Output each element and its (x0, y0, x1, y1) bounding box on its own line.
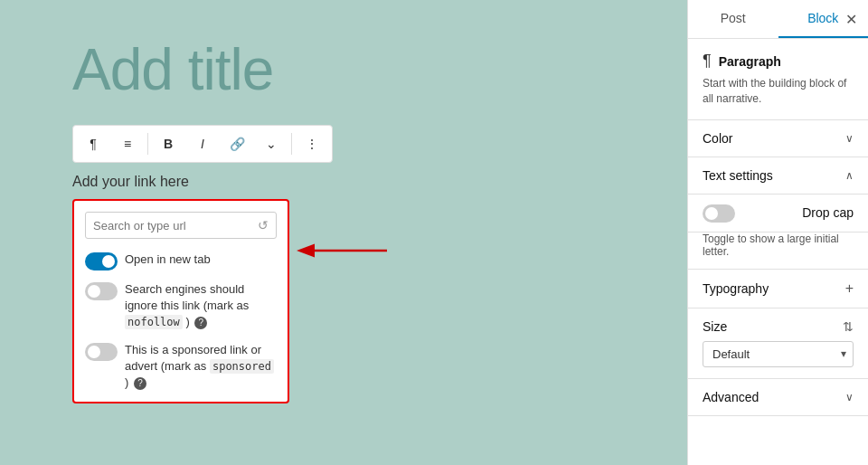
typography-label: Typography (703, 281, 769, 296)
link-popup: ↺ Open in new tab Search engines should … (72, 199, 289, 403)
color-label: Color (703, 131, 732, 146)
drop-cap-label: Drop cap (802, 205, 854, 220)
link-text: Add your link here (72, 174, 189, 190)
link-search-row: ↺ (85, 212, 277, 239)
color-chevron: ∨ (845, 132, 854, 145)
toggle-nofollow-row: Search engines should ignore this link (… (85, 281, 277, 331)
typography-section[interactable]: Typography + (688, 270, 868, 308)
toggle-new-tab[interactable] (85, 252, 118, 270)
size-label: Size (703, 319, 727, 334)
block-type-desc: Start with the building block of all nar… (703, 76, 854, 107)
color-section-header[interactable]: Color ∨ (688, 120, 868, 157)
advanced-section-header[interactable]: Advanced ∨ (688, 379, 868, 416)
text-settings-header[interactable]: Text settings ∧ (688, 157, 868, 195)
drop-cap-row: Drop cap (688, 195, 868, 232)
tab-post[interactable]: Post (688, 0, 778, 38)
sidebar-close-button[interactable]: ✕ (842, 7, 861, 32)
toggle-nofollow-label: Search engines should ignore this link (… (125, 281, 277, 331)
toggle-sponsored-label: This is a sponsored link or advert (mark… (125, 342, 277, 392)
editor-area: Add title ¶ ≡ B I 🔗 ⌄ ⋮ Add your link he… (0, 0, 687, 465)
block-type-title: Paragraph (719, 54, 781, 69)
ellipsis-toolbar-btn[interactable]: ⋮ (296, 128, 328, 160)
link-search-input[interactable] (93, 219, 258, 232)
link-toolbar-btn[interactable]: 🔗 (221, 128, 253, 160)
sidebar-tabs: Post Block ✕ (688, 0, 868, 39)
advanced-chevron: ∨ (845, 391, 854, 403)
more-toolbar-btn[interactable]: ⌄ (255, 128, 288, 160)
refresh-icon: ↺ (258, 218, 269, 232)
advanced-label: Advanced (703, 390, 759, 404)
toolbar-separator (147, 133, 148, 155)
paragraph-toolbar-btn[interactable]: ¶ (77, 128, 109, 160)
size-control-icon[interactable]: ⇅ (843, 319, 854, 334)
block-type-header: ¶ Paragraph (703, 52, 854, 71)
toggle-nofollow[interactable] (85, 282, 118, 300)
toggle-sponsored[interactable] (85, 343, 118, 361)
italic-toolbar-btn[interactable]: I (186, 128, 219, 160)
toggle-new-tab-row: Open in new tab (85, 251, 277, 270)
block-toolbar: ¶ ≡ B I 🔗 ⌄ ⋮ (72, 125, 333, 163)
size-section: Size ⇅ Default (688, 308, 868, 379)
align-toolbar-btn[interactable]: ≡ (111, 128, 144, 160)
drop-cap-toggle[interactable] (703, 204, 735, 223)
page-title[interactable]: Add title (72, 36, 273, 103)
size-select[interactable]: Default (703, 341, 854, 367)
paragraph-icon: ¶ (703, 52, 712, 71)
text-settings-label: Text settings (703, 168, 773, 183)
nofollow-info-icon[interactable]: ? (194, 317, 207, 329)
toolbar-separator2 (291, 133, 292, 155)
bold-toolbar-btn[interactable]: B (152, 128, 184, 160)
red-arrow (292, 237, 392, 264)
block-type-section: ¶ Paragraph Start with the building bloc… (688, 39, 868, 120)
typography-plus-icon[interactable]: + (845, 280, 854, 297)
toggle-sponsored-row: This is a sponsored link or advert (mark… (85, 342, 277, 392)
text-settings-chevron: ∧ (845, 169, 854, 182)
drop-cap-desc: Toggle to show a large initial letter. (688, 232, 868, 270)
size-select-wrapper: Default (703, 341, 854, 367)
sponsored-info-icon[interactable]: ? (134, 377, 146, 390)
toggle-new-tab-label: Open in new tab (125, 251, 211, 268)
size-row: Size ⇅ (703, 319, 854, 334)
sidebar: Post Block ✕ ¶ Paragraph Start with the … (687, 0, 868, 465)
